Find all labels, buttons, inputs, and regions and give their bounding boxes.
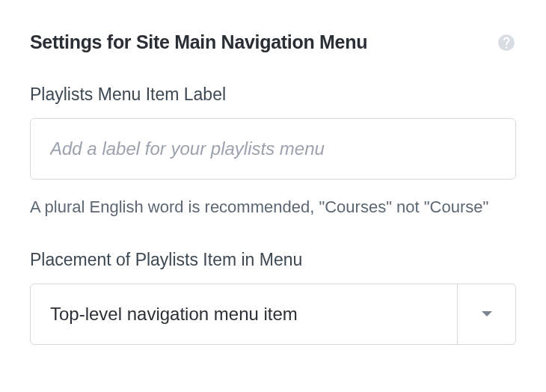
settings-header: Settings for Site Main Navigation Menu: [30, 31, 516, 53]
help-icon[interactable]: [497, 33, 516, 52]
placement-select[interactable]: Top-level navigation menu item: [30, 284, 516, 345]
page-title: Settings for Site Main Navigation Menu: [30, 31, 367, 53]
menu-label-field-group: Playlists Menu Item Label A plural Engli…: [30, 85, 516, 220]
menu-label-label: Playlists Menu Item Label: [30, 85, 516, 105]
placement-field-group: Placement of Playlists Item in Menu Top-…: [30, 250, 516, 345]
placement-selected-value: Top-level navigation menu item: [31, 284, 457, 344]
chevron-down-icon: [457, 284, 515, 344]
placement-label: Placement of Playlists Item in Menu: [30, 250, 516, 270]
menu-label-input[interactable]: [30, 118, 516, 180]
menu-label-help-text: A plural English word is recommended, "C…: [30, 195, 516, 220]
